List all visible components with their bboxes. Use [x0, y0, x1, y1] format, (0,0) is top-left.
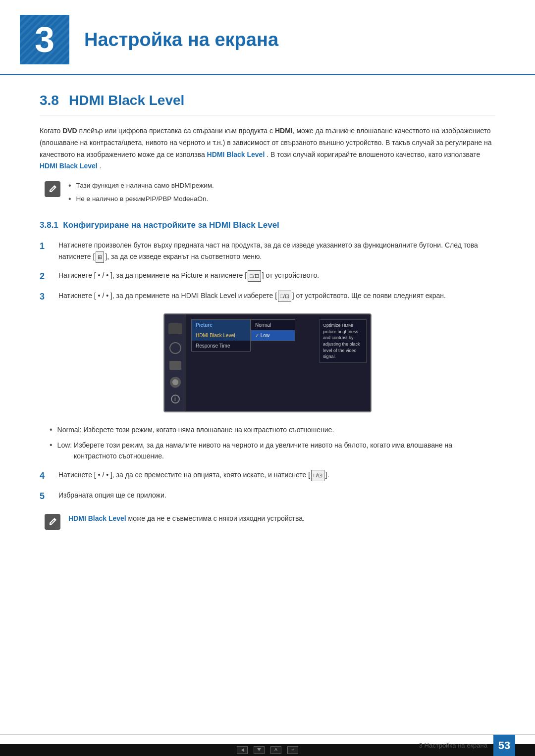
osd-submenu: Normal Low: [251, 319, 295, 341]
pencil-icon-2: [48, 517, 57, 527]
main-content: 3.8HDMI Black Level Когато DVD плейър ил…: [0, 90, 535, 569]
chapter-number: 3: [20, 15, 69, 64]
sidebar-icon-1: [168, 323, 182, 334]
bottom-note-text: HDMI Black Level може да не е съвместима…: [68, 513, 305, 525]
bottom-note: HDMI Black Level може да не е съвместима…: [40, 513, 495, 530]
chapter-header: 3 Настройка на екрана: [0, 0, 535, 75]
steps-list-2: 4 Натиснете [ • / • ], за да се премести…: [40, 469, 495, 503]
normal-label: Normal: [57, 424, 80, 435]
steps-list: 1 Натиснете произволен бутон върху предн…: [40, 240, 495, 304]
sidebar-icon-info: i: [171, 395, 180, 403]
step-2: 2 Натиснете [ • / • ], за да преминете н…: [40, 270, 495, 283]
monitor-screen: i Picture HDMI Black Level Response Time…: [164, 314, 371, 411]
low-label: Low: [57, 440, 70, 451]
osd-area: Picture HDMI Black Level Response Time N…: [186, 314, 371, 411]
osd-item-response: Response Time: [192, 341, 250, 351]
pencil-icon: [48, 184, 57, 194]
chapter-title: Настройка на екрана: [84, 26, 278, 54]
bottom-note-icon: [45, 514, 60, 530]
note-box: Тази функция е налична само в HDMI режим…: [40, 180, 495, 207]
step-5: 5 Избраната опция ще се приложи.: [40, 490, 495, 503]
intro-paragraph: Когато DVD плейър или цифрова приставка …: [40, 125, 495, 172]
section-title: HDMI Black Level: [69, 93, 184, 108]
osd-tooltip: Optimize HDMI picture brightness and con…: [320, 319, 367, 363]
osd-option-low: Low: [251, 330, 295, 341]
section-heading: 3.8HDMI Black Level: [40, 90, 495, 115]
desc-normal: Normal: Изберете този режим, когато няма…: [50, 424, 495, 435]
sidebar-icon-4: [170, 377, 181, 388]
low-text: Изберете този режим, за да намалите ниво…: [74, 440, 495, 462]
note-icon: [45, 181, 60, 197]
normal-text: Изберете този режим, когато няма влошава…: [84, 424, 334, 435]
step-3: 3 Натиснете [ • / • ], за да преминете н…: [40, 290, 495, 303]
osd-option-normal: Normal: [251, 320, 295, 330]
subsection-heading: 3.8.1 Конфигуриране на настройките за HD…: [40, 219, 495, 232]
screenshot-container: i Picture HDMI Black Level Response Time…: [40, 313, 495, 412]
sidebar-icon-2: [169, 342, 181, 354]
step-4: 4 Натиснете [ • / • ], за да се премести…: [40, 469, 495, 483]
desc-list: Normal: Изберете този режим, когато няма…: [50, 424, 495, 461]
osd-panel-title: Picture: [192, 320, 250, 330]
osd-item-hdmi: HDMI Black Level: [192, 330, 250, 341]
step-1: 1 Натиснете произволен бутон върху предн…: [40, 240, 495, 263]
monitor-sidebar: i: [164, 314, 186, 411]
footer-chapter-text: 3 Настройка на екрана: [419, 741, 487, 751]
note-line-1: Тази функция е налична само в HDMI режим…: [68, 180, 214, 192]
monitor-screenshot: i Picture HDMI Black Level Response Time…: [163, 313, 372, 412]
footer-page-number: 53: [493, 735, 515, 756]
section-number: 3.8: [40, 93, 59, 108]
note-lines: Тази функция е налична само в HDMI режим…: [68, 180, 214, 207]
osd-main-panel: Picture HDMI Black Level Response Time: [191, 319, 251, 352]
sidebar-icon-3: [169, 361, 181, 370]
desc-low: Low: Изберете този режим, за да намалите…: [50, 440, 495, 462]
note-line-2: Не е налично в режим PIP/PBP Mode на On.: [68, 194, 214, 205]
page-footer: 3 Настройка на екрана 53: [0, 734, 535, 756]
